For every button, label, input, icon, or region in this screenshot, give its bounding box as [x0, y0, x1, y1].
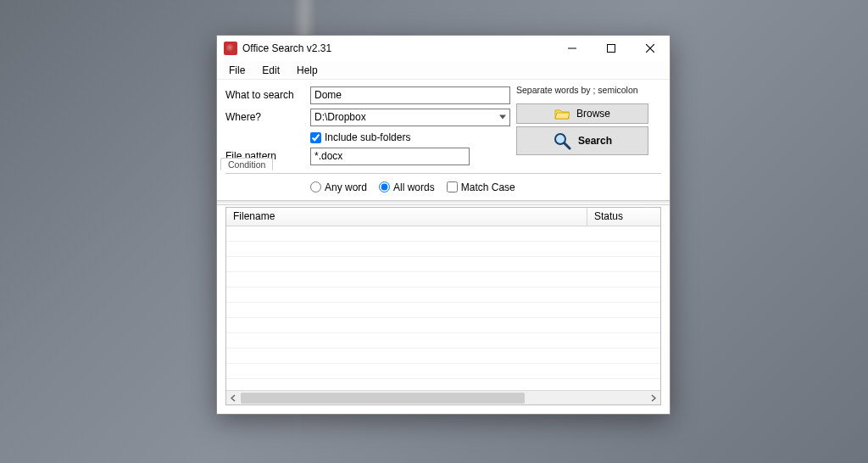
scroll-right-button[interactable] — [646, 392, 660, 404]
any-word-label: Any word — [325, 181, 367, 193]
include-subfolders-checkbox[interactable] — [310, 132, 321, 143]
maximize-icon — [607, 44, 615, 53]
menu-bar: File Edit Help — [217, 61, 670, 80]
include-subfolders-wrap[interactable]: Include sub-folders — [310, 131, 410, 143]
search-icon — [553, 131, 571, 150]
scroll-left-button[interactable] — [226, 392, 241, 404]
what-to-search-label: What to search — [225, 89, 310, 101]
svg-line-5 — [565, 143, 570, 148]
match-case-label: Match Case — [461, 181, 515, 193]
search-label: Search — [578, 135, 612, 147]
condition-tab[interactable]: Condition — [220, 158, 273, 170]
window-title: Office Search v2.31 — [242, 42, 553, 54]
match-case-wrap[interactable]: Match Case — [447, 181, 515, 193]
table-row — [226, 349, 660, 364]
table-row — [226, 287, 660, 303]
menu-file[interactable]: File — [220, 63, 253, 78]
table-row — [226, 257, 660, 272]
minimize-button[interactable] — [553, 36, 592, 61]
where-label: Where? — [225, 111, 310, 123]
table-row — [226, 272, 660, 287]
column-status[interactable]: Status — [587, 208, 660, 226]
browse-label: Browse — [576, 108, 610, 120]
any-word-radio[interactable] — [310, 181, 321, 192]
scroll-track[interactable] — [241, 392, 646, 404]
browse-button[interactable]: Browse — [516, 103, 648, 124]
search-form: Separate words by ; semicolon Browse Sea… — [217, 80, 670, 195]
column-filename[interactable]: Filename — [226, 208, 587, 226]
svg-rect-1 — [608, 45, 615, 53]
table-row — [226, 364, 660, 379]
title-bar[interactable]: Office Search v2.31 — [217, 36, 670, 61]
results-panel: Filename Status — [225, 207, 661, 405]
results-body[interactable] — [226, 226, 660, 390]
menu-help[interactable]: Help — [288, 63, 326, 78]
separator — [217, 200, 670, 205]
table-row — [226, 242, 660, 257]
all-words-wrap[interactable]: All words — [379, 181, 435, 193]
close-icon — [646, 44, 654, 53]
scroll-thumb[interactable] — [241, 393, 525, 404]
where-combo[interactable] — [310, 109, 510, 126]
table-row — [226, 318, 660, 333]
file-pattern-input[interactable] — [310, 148, 470, 165]
table-row — [226, 226, 660, 242]
menu-edit[interactable]: Edit — [253, 63, 288, 78]
minimize-icon — [568, 44, 576, 53]
condition-group: Any word All words Match Case — [225, 173, 661, 195]
table-row — [226, 333, 660, 349]
app-icon — [224, 42, 237, 55]
hint-text: Separate words by ; semicolon — [516, 85, 638, 95]
table-row — [226, 303, 660, 318]
chevron-right-icon — [650, 394, 656, 402]
all-words-radio[interactable] — [379, 181, 390, 192]
app-window: Office Search v2.31 File Edit Help Separ… — [216, 35, 670, 415]
chevron-left-icon — [231, 394, 236, 402]
all-words-label: All words — [393, 181, 435, 193]
search-button[interactable]: Search — [516, 126, 648, 155]
where-combo-wrap — [310, 109, 510, 126]
results-header: Filename Status — [226, 208, 660, 226]
any-word-wrap[interactable]: Any word — [310, 181, 367, 193]
include-subfolders-label: Include sub-folders — [325, 131, 410, 143]
close-button[interactable] — [631, 36, 670, 61]
match-case-checkbox[interactable] — [447, 181, 458, 192]
maximize-button[interactable] — [592, 36, 631, 61]
horizontal-scrollbar[interactable] — [226, 390, 660, 404]
window-controls — [553, 36, 670, 61]
what-to-search-input[interactable] — [310, 86, 510, 104]
folder-icon — [554, 108, 570, 120]
